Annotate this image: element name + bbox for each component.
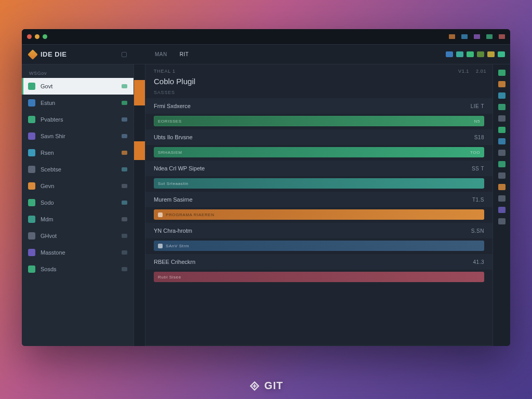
window-close-button[interactable] — [27, 34, 32, 39]
rail-icon[interactable] — [498, 115, 506, 122]
rail-icon[interactable] — [498, 161, 506, 167]
sidebar-item-gevn[interactable]: Gevn — [22, 178, 134, 194]
sidebar-item-label: Masstone — [41, 249, 65, 256]
tab-man[interactable]: MAN — [150, 49, 172, 59]
row-head[interactable]: RBEE Criheckrn41.3 — [145, 254, 493, 270]
window-minimize-button[interactable] — [35, 34, 39, 39]
row-head[interactable]: Frmi SxdxerceLIE T — [145, 98, 493, 114]
rail-icon[interactable] — [498, 150, 506, 156]
folder-icon[interactable] — [446, 51, 453, 57]
sidebar-item-tail-icon — [122, 250, 127, 255]
row-head[interactable]: Ndea Crl WP SipeteSS T — [145, 161, 493, 176]
row-progress-bar[interactable]: PROGRAMA RIAEREN — [154, 209, 484, 220]
row-group: Ubts Ilo BrvsneS18SRHASIEMTOO — [145, 129, 493, 158]
row-group: Frmi SxdxerceLIE TEORISSESN5 — [145, 98, 493, 127]
titlebar — [22, 29, 510, 45]
sidebar-item-icon — [28, 149, 35, 156]
sidebar-item-tail-icon — [122, 151, 127, 155]
row-progress-bar[interactable]: Rubi Sisee — [154, 272, 484, 282]
row-progress-bar[interactable]: Sot Srteaastin — [154, 178, 484, 189]
toolbar: IDE DIE MANRIT — [22, 45, 510, 64]
row-progress-bar[interactable]: SAnV Strm — [154, 241, 484, 251]
brand-icon — [28, 49, 38, 60]
sidebar-item-label: Mdm — [41, 216, 53, 222]
sidebar-item-masstone[interactable]: Masstone — [22, 244, 134, 261]
sidebar-item-govt[interactable]: Govt — [22, 78, 134, 95]
sidebar-item-scebtse[interactable]: Scebtse — [22, 161, 134, 178]
row-head[interactable]: YN Chra-hrotmS.SN — [145, 223, 493, 238]
sidebar-item-tail-icon — [122, 84, 127, 88]
panel-icon[interactable] — [467, 51, 474, 57]
sidebar-item-tail-icon — [122, 217, 127, 221]
titlebar-icon[interactable] — [474, 34, 480, 39]
sidebar-item-tail-icon — [122, 184, 127, 188]
row-title: Murem Sasirne — [154, 196, 193, 203]
sidebar-item-icon — [28, 116, 35, 123]
row-head[interactable]: Ubts Ilo BrvsneS18 — [145, 129, 493, 145]
footer-label: GIT — [264, 380, 283, 392]
row-group: Murem SasirneT1.SPROGRAMA RIAEREN — [145, 192, 493, 221]
sidebar-item-rsen[interactable]: Rsen — [22, 144, 134, 161]
row-title: YN Chra-hrotm — [154, 228, 192, 234]
sidebar-item-mdm[interactable]: Mdm — [22, 211, 134, 228]
sidebar-item-icon — [28, 249, 35, 256]
rail-icon[interactable] — [498, 172, 506, 179]
bar-label: SAnV Strm — [166, 244, 189, 248]
tab-rit[interactable]: RIT — [175, 49, 194, 59]
sidebar-item-pvabters[interactable]: Pvabters — [22, 111, 134, 128]
grid-icon[interactable] — [487, 51, 495, 57]
link-icon[interactable] — [477, 51, 484, 57]
rail-icon[interactable] — [498, 218, 506, 224]
sidebar-item-tail-icon — [122, 201, 127, 205]
brand-toggle-icon[interactable] — [122, 52, 127, 57]
sidebar-item-tail-icon — [122, 167, 127, 171]
sidebar-item-label: Govt — [41, 83, 52, 89]
rail-icon[interactable] — [498, 195, 506, 202]
sidebar-item-tail-icon — [122, 134, 127, 138]
sidebar-item-sosds[interactable]: Sosds — [22, 261, 134, 277]
accent-segment — [134, 160, 145, 346]
titlebar-icon[interactable] — [499, 34, 505, 39]
meta-values: V1.1 2.01 — [453, 69, 486, 74]
accent-strip — [134, 64, 145, 346]
sidebar-item-label: Sodo — [41, 200, 54, 206]
sidebar-item-icon — [28, 232, 35, 240]
row-title: RBEE Criheckrn — [154, 259, 195, 265]
sidebar-item-label: Scebtse — [41, 166, 61, 172]
row-value: S18 — [474, 135, 484, 140]
tab-bar: MANRIT — [145, 49, 194, 59]
row-head[interactable]: Murem SasirneT1.S — [145, 192, 493, 207]
page-title: Coblo Plugil — [145, 76, 493, 89]
sidebar-item-icon — [28, 83, 35, 90]
rail-icon[interactable] — [498, 138, 506, 144]
brand: IDE DIE — [22, 50, 134, 58]
rail-icon[interactable] — [498, 184, 506, 190]
rail-icon[interactable] — [498, 207, 506, 213]
rail-icon[interactable] — [498, 81, 506, 87]
rail-icon[interactable] — [498, 127, 506, 133]
sidebar-item-label: Estun — [41, 100, 55, 106]
row-progress-bar[interactable]: EORISSESN5 — [154, 116, 484, 126]
titlebar-icon[interactable] — [486, 34, 493, 39]
titlebar-icon[interactable] — [449, 34, 455, 39]
sidebar-item-sodo[interactable]: Sodo — [22, 194, 134, 211]
row-progress-bar[interactable]: SRHASIEMTOO — [154, 147, 484, 157]
sidebar-item-tail-icon — [122, 234, 127, 238]
rail-icon[interactable] — [498, 70, 506, 76]
titlebar-icon[interactable] — [461, 34, 468, 39]
row-group: RBEE Criheckrn41.3Rubi Sisee — [145, 254, 493, 283]
sidebar-item-ghvot[interactable]: GHvot — [22, 228, 134, 244]
sidebar-item-estun[interactable]: Estun — [22, 95, 134, 111]
window-maximize-button[interactable] — [43, 34, 47, 39]
row-list: Frmi SxdxerceLIE TEORISSESN5Ubts Ilo Brv… — [145, 98, 493, 285]
footer-brand: GIT — [0, 380, 532, 392]
play-icon[interactable] — [498, 51, 505, 57]
brand-label: IDE DIE — [41, 50, 66, 58]
body: WSGov GovtEstunPvabtersSavn ShirRsenSceb… — [22, 64, 510, 346]
rail-icon[interactable] — [498, 92, 506, 99]
sidebar-item-icon — [28, 265, 35, 273]
sync-icon[interactable] — [456, 51, 463, 57]
rail-icon[interactable] — [498, 104, 506, 110]
git-icon — [249, 380, 260, 392]
sidebar-item-savn-shir[interactable]: Savn Shir — [22, 128, 134, 144]
